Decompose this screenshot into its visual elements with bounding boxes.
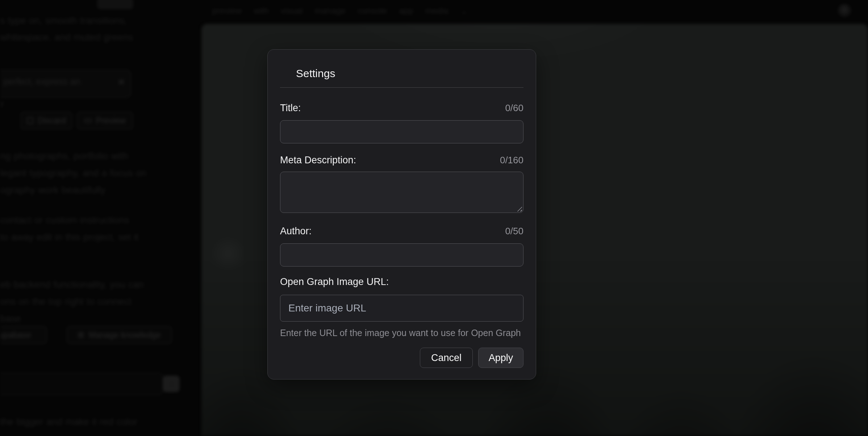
og-image-input[interactable] — [280, 295, 523, 322]
meta-description-textarea[interactable] — [280, 172, 523, 213]
og-image-field-group: Open Graph Image URL: Enter the URL of t… — [280, 276, 523, 338]
version-card-text: perfect, express an — [3, 76, 80, 87]
discard-icon — [27, 117, 33, 124]
sidebar-divider — [0, 363, 196, 363]
chat-text-fragment: whitespace, and muted greens — [0, 29, 133, 46]
preview-button: Preview — [77, 112, 133, 130]
title-divider — [280, 87, 523, 88]
chat-text-fragment: to away edit in this project, set it — [0, 229, 139, 246]
topbar-item: console — [357, 6, 387, 16]
chat-text-fragment: y — [0, 95, 4, 112]
chat-text-fragment: the bigger and make it red color — [0, 414, 138, 430]
discard-label: Discard — [38, 116, 66, 126]
meta-description-counter: 0/160 — [500, 155, 523, 166]
supabase-button: Supabase — [0, 326, 47, 344]
topbar-item: manage — [314, 6, 346, 16]
topbar-item: app — [399, 6, 413, 16]
preview-label: Preview — [96, 116, 126, 126]
author-counter: 0/50 — [505, 226, 523, 237]
chat-text-fragment: base — [0, 310, 21, 327]
eye-icon — [84, 118, 92, 123]
topbar-item: preview — [212, 6, 242, 16]
chevron-down-icon: ⌄ — [460, 6, 468, 16]
chat-text-fragment: s type on, smooth transitions, — [0, 12, 127, 29]
dialog-title: Settings — [296, 67, 523, 80]
topbar-item: media — [425, 6, 448, 16]
topbar-item: with — [254, 6, 269, 16]
grid-icon: ⊞ — [78, 330, 84, 340]
topbar-item: visual — [280, 6, 302, 16]
meta-description-label: Meta Description: — [280, 154, 356, 166]
og-image-label: Open Graph Image URL: — [280, 276, 389, 288]
chat-text-fragment: eb backend functionality, you can — [0, 276, 144, 293]
chat-sidebar: s type on, smooth transitions, whitespac… — [0, 0, 196, 436]
apply-button[interactable]: Apply — [478, 348, 523, 368]
title-counter: 0/60 — [505, 102, 523, 114]
chat-text-fragment: legant typography, and a focus on — [0, 165, 147, 181]
author-input[interactable] — [280, 243, 523, 267]
og-image-helper-text: Enter the URL of the image you want to u… — [280, 327, 523, 338]
send-icon: ↑ — [169, 379, 174, 389]
manage-knowledge-label: Manage knowledge — [88, 330, 160, 340]
chat-text-fragment: ons on the top right to connect — [0, 293, 132, 310]
title-input[interactable] — [280, 120, 523, 143]
settings-dialog: Settings Title: 0/60 Meta Description: 0… — [267, 49, 536, 380]
meta-description-field-group: Meta Description: 0/160 — [280, 154, 523, 213]
supabase-label: Supabase — [0, 330, 31, 340]
author-field-group: Author: 0/50 — [280, 225, 523, 267]
cancel-button[interactable]: Cancel — [420, 348, 473, 368]
topbar-menu: preview with visual manage console app m… — [212, 6, 468, 16]
chat-text-fragment: ng photographs, portfolio with — [0, 148, 128, 164]
author-label: Author: — [280, 225, 312, 237]
close-icon: ✕ — [118, 77, 125, 87]
chat-text-fragment: ography work beautifully — [0, 182, 105, 198]
title-label: Title: — [280, 102, 301, 114]
dialog-actions: Cancel Apply — [280, 348, 523, 368]
title-field-group: Title: 0/60 — [280, 102, 523, 143]
version-card: perfect, express an ✕ — [0, 70, 131, 98]
send-button: ↑ — [163, 376, 180, 392]
chat-input — [0, 372, 164, 395]
avatar — [838, 4, 851, 17]
manage-knowledge-button: ⊞ Manage knowledge — [66, 326, 172, 344]
chat-text-fragment: contact or custom instructions — [0, 212, 129, 229]
discard-button: Discard — [20, 112, 72, 130]
